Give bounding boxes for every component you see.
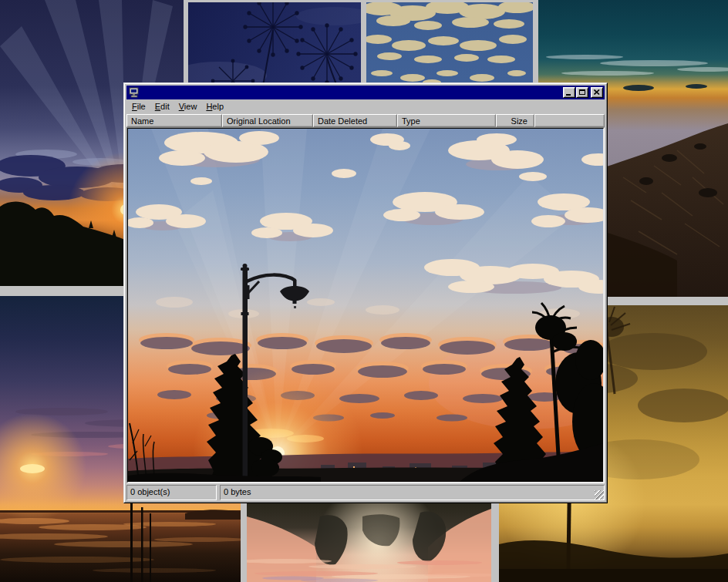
sunset-lamp-photo xyxy=(128,129,603,482)
title-bar[interactable] xyxy=(126,86,605,99)
maximize-icon xyxy=(579,89,585,95)
column-header-empty[interactable] xyxy=(534,114,605,127)
status-bar: 0 object(s) 0 bytes xyxy=(126,483,605,500)
desktop: { "window": { "title": "", "icon": "comp… xyxy=(0,0,728,582)
minimize-button[interactable] xyxy=(563,87,575,98)
menu-edit[interactable]: Edit xyxy=(150,100,174,113)
column-header-name[interactable]: Name xyxy=(126,114,222,127)
column-header-size[interactable]: Size xyxy=(496,114,534,127)
maximize-button[interactable] xyxy=(576,87,588,98)
close-icon xyxy=(594,89,600,95)
resize-grip[interactable] xyxy=(595,490,604,500)
close-button[interactable] xyxy=(591,87,603,98)
minimize-icon xyxy=(566,94,571,96)
menu-file[interactable]: File xyxy=(127,100,150,113)
column-header-original-location[interactable]: Original Location xyxy=(222,114,313,127)
column-header-date-deleted[interactable]: Date Deleted xyxy=(313,114,397,127)
status-bytes: 0 bytes xyxy=(220,485,605,500)
column-header-type[interactable]: Type xyxy=(397,114,496,127)
client-border xyxy=(127,128,604,483)
window-frame: File Edit View Help Name Original Locati… xyxy=(124,83,607,503)
status-objects: 0 object(s) xyxy=(126,485,217,500)
column-header-row: Name Original Location Date Deleted Type… xyxy=(126,114,605,127)
menu-bar: File Edit View Help xyxy=(126,99,605,114)
file-list-area[interactable] xyxy=(126,127,605,483)
menu-help[interactable]: Help xyxy=(201,100,228,113)
menu-view[interactable]: View xyxy=(174,100,202,113)
computer-icon[interactable] xyxy=(129,87,140,98)
recycle-bin-window: File Edit View Help Name Original Locati… xyxy=(123,82,608,503)
